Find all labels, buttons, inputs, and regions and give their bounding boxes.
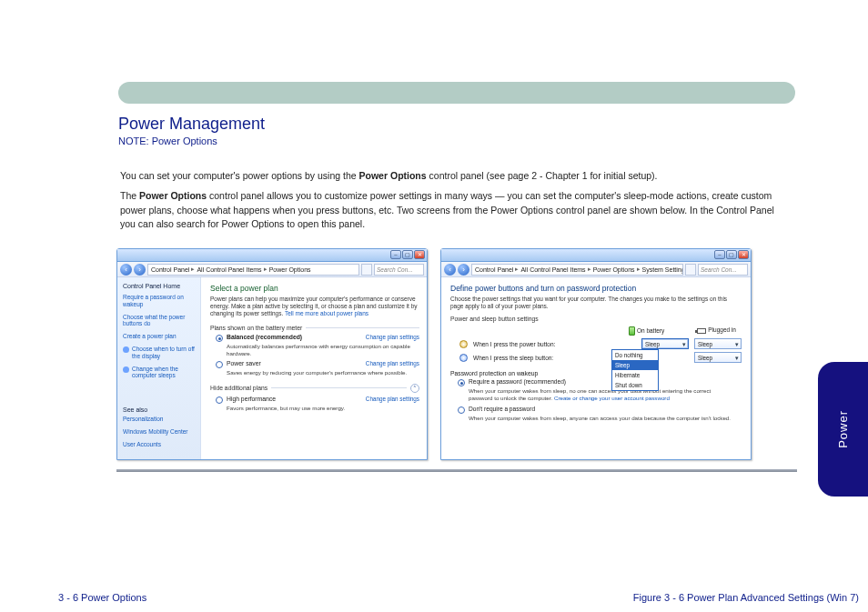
maximize-icon[interactable]: ▢ [726, 250, 737, 259]
breadcrumb-item[interactable]: All Control Panel Items [520, 266, 585, 273]
power-plugged-select[interactable]: Sleep [694, 338, 742, 349]
section-text: Choose the power settings that you want … [450, 296, 742, 310]
heading-bar [118, 82, 795, 104]
option-desc: When your computer wakes from sleep, no … [469, 387, 736, 402]
plan-label: High performance [227, 396, 276, 402]
bullet-icon [123, 346, 129, 353]
window-power-options: – ▢ ✕ ‹ › Control Panel▸ All Control Pan… [116, 248, 428, 460]
battery-icon [629, 326, 635, 336]
page-subtitle: NOTE: Power Options [118, 135, 813, 146]
on-battery-label: On battery [629, 326, 664, 336]
dropdown-menu[interactable]: Do nothing Sleep Hibernate Shut down [611, 349, 659, 391]
subsection-label: Hide additional plans [210, 385, 267, 391]
breadcrumb-item[interactable]: Power Options [593, 266, 635, 273]
page-title: Power Management [118, 115, 813, 134]
breadcrumb[interactable]: Control Panel▸ All Control Panel Items▸ … [471, 264, 683, 276]
subsection: Power and sleep button settings [450, 316, 742, 322]
maximize-icon[interactable]: ▢ [402, 250, 413, 259]
forward-button[interactable]: › [134, 264, 146, 276]
plan-row[interactable]: Balanced (recommended) Change plan setti… [216, 334, 419, 342]
intro-paragraph-1: You can set your computer's power option… [120, 169, 777, 184]
section-heading: Select a power plan [210, 284, 419, 293]
address-bar: ‹ › Control Panel▸ All Control Panel Ite… [117, 262, 427, 277]
text: You can set your computer's power option… [120, 170, 359, 181]
bold: Power Options [139, 190, 207, 201]
change-plan-link[interactable]: Change plan settings [366, 334, 419, 340]
window-body: Control Panel Home Require a password on… [117, 277, 427, 459]
breadcrumb-item[interactable]: Power Options [269, 266, 311, 273]
footer-left: 3 - 6 Power Options [58, 592, 146, 603]
link-tell-me-more[interactable]: Tell me more about power plans [285, 310, 368, 316]
power-battery-select[interactable]: Sleep [641, 338, 689, 349]
sleep-button-row: When I press the sleep button: Sleep [459, 352, 742, 363]
window-system-settings: – ▢ ✕ ‹ › Control Panel▸ All Control Pan… [440, 248, 752, 460]
minimize-icon[interactable]: – [714, 250, 725, 259]
radio[interactable] [216, 361, 223, 368]
password-option-row[interactable]: Require a password (recommended) [458, 378, 742, 386]
row-label: When I press the power button: [473, 341, 636, 347]
back-button[interactable]: ‹ [444, 264, 456, 276]
power-icon [459, 340, 468, 348]
breadcrumb[interactable]: Control Panel▸ All Control Panel Items▸ … [147, 264, 359, 276]
radio-selected[interactable] [216, 335, 223, 342]
main-panel: Select a power plan Power plans can help… [201, 277, 427, 459]
plan-row[interactable]: Power saver Change plan settings [216, 360, 419, 368]
password-protection-heading: Password protection on wakeup [450, 370, 742, 376]
titlebar[interactable]: – ▢ ✕ [117, 249, 427, 262]
dropdown-item[interactable]: Shut down [612, 380, 658, 390]
see-also-link[interactable]: User Accounts [123, 441, 195, 448]
search-input[interactable]: Search Con... [374, 264, 424, 276]
plan-desc: Favors performance, but may use more ene… [227, 405, 419, 411]
dropdown-item-selected[interactable]: Sleep [612, 360, 658, 370]
plugged-in-label: Plugged in [697, 326, 736, 336]
text: control panel allows you to customize po… [120, 190, 774, 230]
password-option-row[interactable]: Don't require a password [458, 406, 742, 414]
sidebar-link[interactable]: Choose what the power buttons do [123, 314, 195, 328]
page: Power Management NOTE: Power Options You… [0, 0, 868, 490]
refresh-button[interactable] [685, 264, 696, 276]
see-also-link[interactable]: Personalization [123, 416, 195, 423]
option-desc: When your computer wakes from sleep, any… [469, 415, 736, 422]
close-icon[interactable]: ✕ [738, 250, 749, 259]
plan-label: Balanced (recommended) [227, 334, 302, 340]
text: The [120, 190, 139, 201]
refresh-button[interactable] [361, 264, 372, 276]
minimize-icon[interactable]: – [390, 250, 401, 259]
breadcrumb-item[interactable]: All Control Panel Items [197, 266, 261, 273]
see-also-heading: See also [123, 406, 195, 413]
text: control panel (see page 2 - Chapter 1 fo… [429, 170, 658, 181]
dropdown-item[interactable]: Hibernate [612, 370, 658, 380]
sidebar-link[interactable]: Change when the computer sleeps [132, 366, 195, 380]
bold: Power Options [359, 170, 427, 181]
search-input[interactable]: Search Con... [698, 264, 748, 276]
sidebar-link[interactable]: Choose when to turn off the display [132, 346, 195, 360]
plan-row[interactable]: High performance Change plan settings [216, 396, 419, 404]
plan-desc: Automatically balances performance with … [227, 343, 419, 356]
collapse-icon[interactable]: ˄ [410, 384, 419, 393]
forward-button[interactable]: › [458, 264, 469, 276]
see-also-link[interactable]: Windows Mobility Center [123, 428, 195, 436]
section-text: Power plans can help you maximize your c… [210, 296, 419, 317]
radio[interactable] [216, 396, 223, 404]
side-tab: Power [818, 362, 868, 497]
sidebar-link[interactable]: Require a password on wakeup [123, 294, 195, 308]
sidebar: Control Panel Home Require a password on… [117, 277, 201, 459]
radio[interactable] [458, 406, 465, 414]
breadcrumb-item[interactable]: Control Panel [475, 266, 513, 273]
breadcrumb-item[interactable]: Control Panel [151, 266, 189, 273]
sleep-plugged-select[interactable]: Sleep [694, 352, 742, 363]
titlebar[interactable]: – ▢ ✕ [441, 249, 751, 262]
close-icon[interactable]: ✕ [414, 250, 425, 259]
subsection: Hide additional plans˄ [210, 384, 419, 393]
change-plan-link[interactable]: Change plan settings [366, 396, 419, 402]
change-plan-link[interactable]: Change plan settings [366, 360, 419, 366]
breadcrumb-item[interactable]: System Settings [642, 266, 683, 273]
link-create-password[interactable]: Create or change your user account passw… [554, 395, 670, 401]
radio-selected[interactable] [458, 379, 465, 386]
sidebar-link[interactable]: Create a power plan [123, 333, 195, 340]
back-button[interactable]: ‹ [120, 264, 132, 276]
intro-paragraph-2: The Power Options control panel allows y… [120, 189, 777, 232]
dropdown-item[interactable]: Do nothing [612, 350, 658, 360]
text: Plugged in [708, 326, 736, 333]
subsection-label: Plans shown on the battery meter [210, 325, 302, 331]
